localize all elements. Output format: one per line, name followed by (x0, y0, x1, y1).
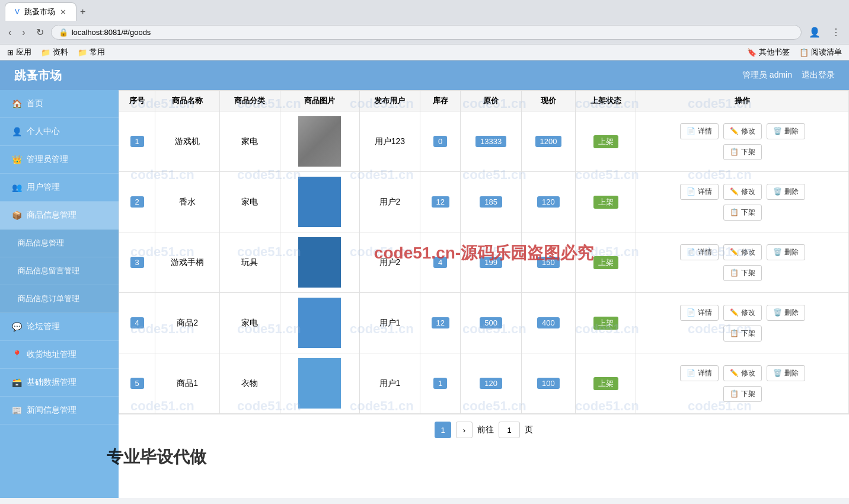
cell-current-price-4: 100 (521, 353, 575, 414)
col-id: 序号 (119, 91, 155, 111)
sidebar-admin-label: 管理员管理 (27, 154, 68, 165)
sidebar-item-user-mgmt[interactable]: 👥 用户管理 (0, 174, 119, 202)
cell-category-4: 衣物 (219, 353, 280, 414)
cell-name-3: 商品2 (155, 293, 220, 353)
back-button[interactable]: ‹ (5, 25, 15, 40)
stock-badge-3: 12 (432, 317, 449, 328)
header-right: 管理员 admin 退出登录 (742, 70, 835, 81)
bookmark-data[interactable]: 📁 资料 (41, 47, 68, 58)
sidebar-item-news-mgmt[interactable]: 📰 新闻信息管理 (0, 397, 119, 425)
cell-name-4: 商品1 (155, 353, 220, 414)
reading-list[interactable]: 📋 阅读清单 (799, 47, 842, 58)
action-row1-0: 📄详情 ✏️修改 🗑️删除 (640, 122, 845, 141)
sidebar-item-forum-mgmt[interactable]: 💬 论坛管理 (0, 313, 119, 341)
tab-close-button[interactable]: ✕ (60, 8, 66, 17)
cell-user-1: 用户2 (359, 172, 420, 232)
shelf-button-1[interactable]: 📋下架 (723, 205, 762, 221)
detail-button-2[interactable]: 📄详情 (680, 244, 719, 260)
sidebar-item-admin-mgmt[interactable]: 👑 管理员管理 (0, 146, 119, 174)
status-badge-4: 上架 (593, 377, 618, 390)
bookmark-common[interactable]: 📁 常用 (78, 47, 105, 58)
sidebar-item-profile[interactable]: 👤 个人中心 (0, 118, 119, 146)
cell-img-3 (280, 293, 360, 353)
sidebar-item-basic-data-mgmt[interactable]: 🗃️ 基础数据管理 (0, 369, 119, 397)
sidebar-profile-label: 个人中心 (27, 126, 60, 137)
action-row2-4: 📋下架 (640, 385, 845, 403)
detail-button-1[interactable]: 📄详情 (680, 184, 719, 200)
cell-original-price-4: 120 (461, 353, 521, 414)
shelf-button-0[interactable]: 📋下架 (723, 144, 762, 160)
browser-address-bar: ‹ › ↻ 🔒 localhost:8081/#/goods 👤 ⋮ (0, 21, 849, 44)
news-icon: 📰 (12, 406, 22, 415)
col-category: 商品分类 (219, 91, 280, 111)
edit-button-1[interactable]: ✏️修改 (723, 184, 762, 200)
profile-button[interactable]: 👤 (805, 24, 824, 40)
cell-user-3: 用户1 (359, 293, 420, 353)
edit-button-2[interactable]: ✏️修改 (723, 244, 762, 260)
shelf-button-3[interactable]: 📋下架 (723, 326, 762, 342)
detail-icon-0: 📄 (687, 127, 695, 135)
logout-button[interactable]: 退出登录 (802, 70, 835, 81)
pagination-bar: 1 › 前往 页 (119, 414, 849, 445)
shelf-button-2[interactable]: 📋下架 (723, 265, 762, 281)
sub-goods-order-label: 商品信息订单管理 (18, 294, 79, 304)
detail-button-4[interactable]: 📄详情 (680, 365, 719, 381)
cell-stock-3: 12 (420, 293, 461, 353)
cell-current-price-3: 400 (521, 293, 575, 353)
delete-button-0[interactable]: 🗑️删除 (767, 123, 805, 139)
original-price-badge-4: 120 (480, 378, 502, 389)
cell-id-0: 1 (119, 111, 155, 172)
goto-label: 前往 (477, 425, 494, 435)
sidebar-sub-goods-info[interactable]: 商品信息管理 (0, 229, 119, 257)
page-input[interactable] (499, 422, 520, 438)
status-badge-3: 上架 (593, 317, 618, 330)
sidebar-item-goods-mgmt[interactable]: 📦 商品信息管理 (0, 202, 119, 229)
app-title: 跳蚤市场 (14, 68, 62, 84)
home-icon: 🏠 (12, 99, 22, 109)
sidebar-item-home[interactable]: 🏠 首页 (0, 90, 119, 118)
delete-button-1[interactable]: 🗑️删除 (767, 184, 805, 200)
address-bar[interactable]: 🔒 localhost:8081/#/goods (51, 25, 802, 40)
action-row1-4: 📄详情 ✏️修改 🗑️删除 (640, 364, 845, 382)
bookmark-apps[interactable]: ⊞ 应用 (7, 47, 31, 58)
bookmarks-bar: ⊞ 应用 📁 资料 📁 常用 🔖 其他书签 📋 阅读清单 (0, 44, 849, 60)
detail-button-0[interactable]: 📄详情 (680, 123, 719, 139)
edit-button-4[interactable]: ✏️修改 (723, 365, 762, 381)
product-image-2 (298, 237, 341, 288)
sidebar-sub-goods-comment[interactable]: 商品信息留言管理 (0, 257, 119, 285)
current-price-badge-2: 150 (537, 257, 560, 268)
action-row2-1: 📋下架 (640, 203, 845, 222)
cell-category-1: 家电 (219, 172, 280, 232)
detail-button-3[interactable]: 📄详情 (680, 305, 719, 321)
shelf-button-4[interactable]: 📋下架 (723, 386, 762, 402)
next-page-button[interactable]: › (456, 422, 473, 438)
extensions-button[interactable]: ⋮ (828, 24, 844, 40)
edit-button-3[interactable]: ✏️修改 (723, 305, 762, 321)
page-1-button[interactable]: 1 (435, 422, 451, 438)
cell-stock-2: 4 (420, 232, 461, 293)
product-image-3 (298, 298, 341, 348)
sidebar-item-address-mgmt[interactable]: 📍 收货地址管理 (0, 341, 119, 369)
id-badge-4: 5 (130, 378, 144, 389)
cell-name-1: 香水 (155, 172, 220, 232)
id-badge-0: 1 (130, 136, 144, 147)
cell-current-price-0: 1200 (521, 111, 575, 172)
active-tab[interactable]: V 跳蚤市场 ✕ (5, 2, 76, 21)
tab-icon: V (15, 8, 20, 16)
delete-button-3[interactable]: 🗑️删除 (767, 305, 805, 321)
delete-button-4[interactable]: 🗑️删除 (767, 365, 805, 381)
delete-button-2[interactable]: 🗑️删除 (767, 244, 805, 260)
edit-button-0[interactable]: ✏️修改 (723, 123, 762, 139)
folder-icon-1: 📁 (41, 48, 50, 57)
forward-button[interactable]: › (18, 25, 28, 40)
cell-id-2: 3 (119, 232, 155, 293)
other-bookmarks[interactable]: 🔖 其他书签 (747, 47, 790, 58)
cell-original-price-2: 199 (461, 232, 521, 293)
delete-icon-0: 🗑️ (773, 127, 782, 135)
table-header-row: 序号 商品名称 商品分类 商品图片 发布用户 库存 原价 现价 上架状态 操作 (119, 91, 849, 111)
original-price-badge-0: 13333 (475, 136, 506, 147)
refresh-button[interactable]: ↻ (33, 24, 47, 40)
sidebar-sub-goods-order[interactable]: 商品信息订单管理 (0, 285, 119, 313)
new-tab-button[interactable]: + (76, 3, 89, 21)
table-row: 4 商品2 家电 用户1 12 500 400 上架 (119, 293, 849, 353)
